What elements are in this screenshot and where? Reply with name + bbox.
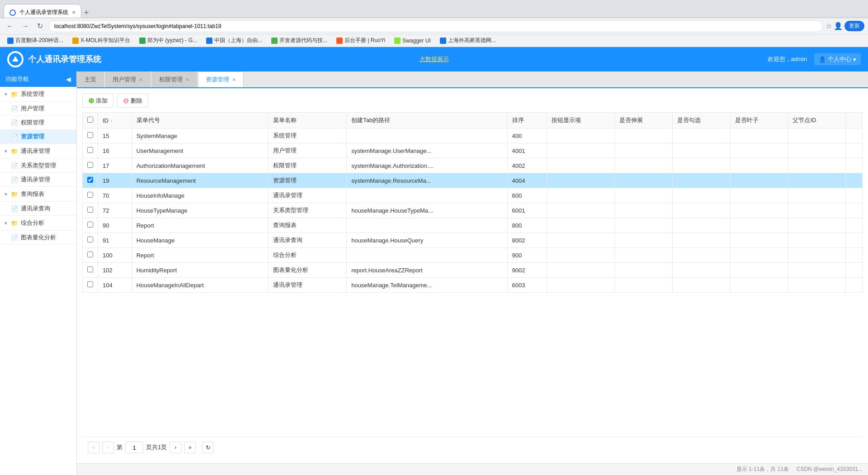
page-number-input[interactable] <box>125 442 143 453</box>
prev-page-button[interactable]: ‹ <box>102 442 114 453</box>
refresh-button[interactable]: ↻ <box>202 442 214 453</box>
personal-center-button[interactable]: 👤 个人中心 ▾ <box>814 53 861 65</box>
add-button[interactable]: ⊕ 添加 <box>82 94 113 108</box>
sidebar-item-resource-label: 资源管理 <box>21 133 44 141</box>
sidebar-group-analysis[interactable]: ▼ 📁 综合分析 <box>0 216 76 231</box>
th-id[interactable]: ID ↑ <box>98 113 132 128</box>
row-checkbox[interactable] <box>87 237 93 242</box>
browser-tab-active[interactable]: 个人通讯录管理系统 ✕ <box>4 4 81 18</box>
new-tab-button[interactable]: + <box>81 8 92 18</box>
row-checkbox[interactable] <box>87 281 93 287</box>
delete-button[interactable]: ⊖ 删除 <box>117 94 148 108</box>
folder-icon-contacts: 📁 <box>11 148 18 155</box>
star-icon[interactable]: ☆ <box>826 22 832 30</box>
sidebar-group-report[interactable]: ▼ 📁 查询报表 <box>0 187 76 202</box>
th-btn-display: 按钮显示项 <box>547 113 614 128</box>
tab-user-close[interactable]: ✕ <box>139 77 143 83</box>
row-btn <box>547 188 614 203</box>
table-row[interactable]: 17 AuthorizationManagement 权限管理 systemMa… <box>83 158 863 173</box>
sidebar-item-chart-analysis[interactable]: 📄 图表量化分析 <box>0 231 76 245</box>
sidebar-item-contacts-manage[interactable]: 📄 通讯录管理 <box>0 173 76 187</box>
th-checkbox[interactable] <box>83 113 98 128</box>
bookmark-item-5[interactable]: 开发者源代码与技... <box>268 36 331 45</box>
table-row[interactable]: 72 HouseTypeManage 关系类型管理 houseManage.Ho… <box>83 203 863 218</box>
row-checkbox[interactable] <box>87 266 93 272</box>
row-checkbox-cell[interactable] <box>83 218 98 233</box>
table-row[interactable]: 102 HumidityReport 图表量化分析 report.HouseAr… <box>83 263 863 278</box>
row-checkbox-cell[interactable] <box>83 203 98 218</box>
row-checkbox[interactable] <box>87 132 93 138</box>
bookmark-item-1[interactable]: 百度翻译-200种语... <box>4 36 67 45</box>
sidebar-group-system[interactable]: ▼ 📁 系统管理 <box>0 87 76 102</box>
tab-resource-label: 资源管理 <box>206 76 229 84</box>
row-checkbox-cell[interactable] <box>83 233 98 248</box>
row-checkbox-cell[interactable] <box>83 263 98 278</box>
forward-button[interactable]: → <box>19 20 32 32</box>
row-checkbox-cell[interactable] <box>83 143 98 158</box>
row-checkbox[interactable] <box>87 252 93 257</box>
bookmark-item-3[interactable]: 郑为中 (yyzwz) - G... <box>136 36 201 45</box>
profile-icon[interactable]: 👤 <box>834 22 843 30</box>
row-btn <box>547 233 614 248</box>
sidebar-collapse-icon[interactable]: ◀ <box>66 76 71 83</box>
sidebar-group-contacts-label: 通讯录管理 <box>21 147 50 155</box>
sidebar-group-contacts[interactable]: ▼ 📁 通讯录管理 <box>0 144 76 159</box>
bookmark-item-4[interactable]: 中国（上海）自由... <box>203 36 266 45</box>
sidebar-item-auth-manage[interactable]: 📄 权限管理 <box>0 116 76 130</box>
row-expand <box>615 143 673 158</box>
table-row[interactable]: 16 UserManagement 用户管理 systemManage.User… <box>83 143 863 158</box>
row-name: 综合分析 <box>268 248 346 263</box>
tab-resource-close[interactable]: ✕ <box>232 77 236 83</box>
bookmark-item-8[interactable]: 上海外高桥英德网... <box>436 36 500 45</box>
big-data-link[interactable]: 大数据展示 <box>420 56 449 62</box>
row-checkbox-cell[interactable] <box>83 173 98 188</box>
app-logo <box>7 51 24 67</box>
row-order: 800 <box>507 218 547 233</box>
sidebar-item-contacts-query[interactable]: 📄 通讯录查询 <box>0 202 76 216</box>
browser-tab-close[interactable]: ✕ <box>72 10 75 15</box>
row-checkbox[interactable] <box>87 207 93 213</box>
reload-button[interactable]: ↻ <box>34 20 46 32</box>
row-checkbox[interactable] <box>87 222 93 228</box>
bookmark-item-7[interactable]: Swagger UI <box>391 37 434 45</box>
tab-auth-management[interactable]: 权限管理 ✕ <box>151 71 197 87</box>
first-page-button[interactable]: « <box>88 442 99 453</box>
row-checkbox[interactable] <box>87 192 93 198</box>
sidebar-item-resource-manage[interactable]: 📄 资源管理 <box>0 130 76 144</box>
row-parent-id <box>788 218 846 233</box>
row-checkbox-cell[interactable] <box>83 278 98 293</box>
table-scroll-container[interactable]: ID ↑ 菜单代号 菜单名称 创建Tab的路径 排序 按钮显示项 是否伸展 是否… <box>82 112 863 437</box>
row-checkbox[interactable] <box>87 147 93 153</box>
row-checkbox-cell[interactable] <box>83 128 98 143</box>
row-checkbox[interactable] <box>87 177 93 183</box>
table-row[interactable]: 91 HouseManage 通讯录查询 houseManage.HouseQu… <box>83 233 863 248</box>
row-checkbox[interactable] <box>87 162 93 168</box>
select-all-checkbox[interactable] <box>87 117 93 123</box>
row-actions <box>846 263 863 278</box>
tab-home[interactable]: 主页 <box>77 71 104 87</box>
last-page-button[interactable]: » <box>184 442 196 453</box>
row-checkbox-cell[interactable] <box>83 248 98 263</box>
row-checkbox-cell[interactable] <box>83 158 98 173</box>
sidebar-item-relation-type[interactable]: 📄 关系类型管理 <box>0 159 76 173</box>
tab-auth-close[interactable]: ✕ <box>185 77 189 83</box>
row-checkbox-cell[interactable] <box>83 188 98 203</box>
sidebar-item-user-manage[interactable]: 📄 用户管理 <box>0 102 76 116</box>
tab-user-management[interactable]: 用户管理 ✕ <box>105 71 151 87</box>
next-page-button[interactable]: › <box>170 442 181 453</box>
row-id: 19 <box>98 173 132 188</box>
table-row[interactable]: 19 ResourceManagement 资源管理 systemManage.… <box>83 173 863 188</box>
row-leaf <box>730 188 788 203</box>
table-row[interactable]: 70 HouseInfoManage 通讯录管理 600 <box>83 188 863 203</box>
tab-resource-management[interactable]: 资源管理 ✕ <box>198 71 244 87</box>
bookmark-item-2[interactable]: X-MOL科学知识平台 <box>69 36 134 45</box>
back-button[interactable]: ← <box>4 20 16 32</box>
row-name: 关系类型管理 <box>268 203 346 218</box>
bookmark-item-6[interactable]: 后台手册 | RuoYi <box>333 36 389 45</box>
table-row[interactable]: 15 SystemManage 系统管理 400 <box>83 128 863 143</box>
update-button[interactable]: 更新 <box>844 21 864 31</box>
table-row[interactable]: 90 Report 查询报表 800 <box>83 218 863 233</box>
table-row[interactable]: 100 Report 综合分析 900 <box>83 248 863 263</box>
address-bar[interactable] <box>48 20 823 32</box>
table-row[interactable]: 104 HouseManageInAllDepart 通讯录管理 houseMa… <box>83 278 863 293</box>
